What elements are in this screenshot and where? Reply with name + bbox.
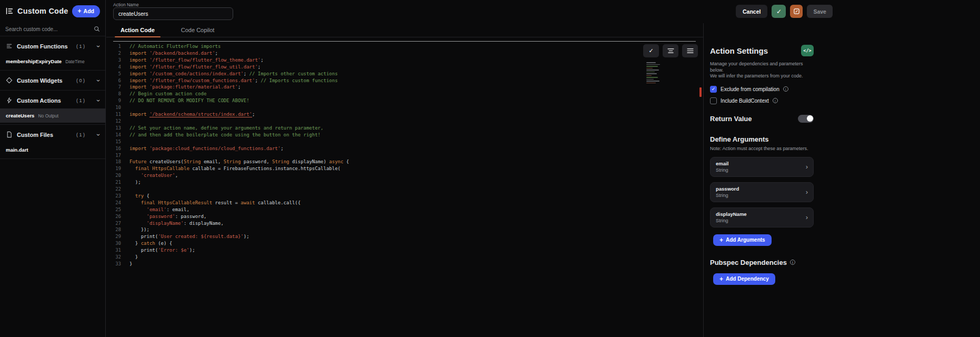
add-arguments-button[interactable]: + Add Arguments (713, 234, 772, 246)
chevron-down-icon[interactable]: › (95, 80, 102, 82)
editor-toolbar: ✓ (643, 44, 698, 57)
line-number: 1 (106, 43, 129, 50)
code-line[interactable]: 25 'email': email, (106, 206, 703, 213)
section-label: Custom Functions (17, 43, 68, 49)
code-line[interactable]: 28 }); (106, 226, 703, 233)
chevron-down-icon[interactable]: › (95, 100, 102, 102)
add-dependency-button[interactable]: + Add Dependency (713, 273, 775, 285)
code-line[interactable]: 12 (106, 118, 703, 125)
code-line[interactable]: 15 (106, 138, 703, 145)
chevron-right-icon: › (806, 163, 808, 171)
argument-card-email[interactable]: emailString› (710, 157, 814, 177)
code-line[interactable]: 16import 'package:cloud_functions/cloud_… (106, 145, 703, 152)
item-name: createUsers (6, 113, 34, 118)
line-number: 27 (106, 220, 129, 227)
line-number: 3 (106, 57, 129, 64)
code-line[interactable]: 9// DO NOT REMOVE OR MODIFY THE CODE ABO… (106, 97, 703, 104)
code-line[interactable]: 26 'password': password, (106, 213, 703, 220)
code-line[interactable]: 8// Begin custom action code (106, 91, 703, 97)
code-line[interactable]: 7import 'package:flutter/material.dart'; (106, 84, 703, 91)
chevron-down-icon[interactable]: › (95, 45, 102, 47)
arguments-note: Note: Action must accept these as parame… (710, 146, 814, 151)
code-line[interactable]: 13// Set your action name, define your a… (106, 125, 703, 132)
code-line[interactable]: 31 print('Error: $e'); (106, 247, 703, 254)
sidebar-section-header[interactable]: Custom Functions( 1 )› (0, 38, 105, 54)
line-number: 15 (106, 138, 129, 145)
align-justify-button[interactable] (682, 44, 698, 57)
code-line[interactable]: 19 final HttpsCallable callable = Fireba… (106, 165, 703, 172)
add-button[interactable]: + Add (72, 5, 100, 17)
line-number: 2 (106, 50, 129, 57)
validate-code-button[interactable]: ✓ (772, 5, 786, 18)
checkbox[interactable]: ✓ (710, 86, 717, 93)
tab-code-copilot[interactable]: Code Copilot (181, 23, 215, 37)
line-number: 18 (106, 158, 129, 165)
sidebar-section-header[interactable]: Custom Files( 1 )› (0, 126, 105, 143)
add-button-label: Add (84, 8, 94, 14)
code-line[interactable]: 4import '/flutter_flow/flutter_flow_util… (106, 64, 703, 71)
code-line[interactable]: 11import '/backend/schema/structs/index.… (106, 111, 703, 118)
align-center-button[interactable] (663, 44, 678, 57)
code-line[interactable]: 27 'displayName': displayName, (106, 220, 703, 227)
info-icon[interactable]: i (773, 98, 778, 103)
code-line[interactable]: 32 } (106, 254, 703, 261)
section-count: ( 1 ) (76, 44, 85, 49)
checkbox-row[interactable]: ✓Exclude from compilationi (710, 86, 814, 93)
chevron-down-icon[interactable]: › (95, 134, 102, 136)
code-line[interactable]: 22 (106, 186, 703, 193)
code-line[interactable]: 24 final HttpsCallableResult result = aw… (106, 200, 703, 206)
info-icon[interactable]: i (783, 86, 788, 92)
checkbox-label: Exclude from compilation (721, 86, 779, 92)
code-line[interactable]: 33} (106, 261, 703, 267)
code-line[interactable]: 14// and then add the boilerplate code u… (106, 132, 703, 138)
save-button[interactable]: Save (807, 5, 833, 18)
sidebar-item-main.dart[interactable]: main.dart (0, 143, 105, 157)
sidebar-section-header[interactable]: Custom Widgets( 0 )› (0, 72, 105, 88)
line-number: 31 (106, 247, 129, 254)
format-check-button[interactable]: ✓ (643, 44, 659, 57)
code-line[interactable]: 30 } catch (e) { (106, 240, 703, 247)
sidebar-section: Custom Actions( 1 )›createUsersNo Output (0, 91, 105, 125)
pubspec-heading: Pubspec Dependencies i (710, 259, 814, 266)
plus-icon: + (719, 275, 723, 283)
code-line[interactable]: 10 (106, 104, 703, 111)
sidebar-item-membershipExpiryDate[interactable]: membershipExpiryDateDateTime (0, 54, 105, 68)
code-line[interactable]: 20 'createUser', (106, 172, 703, 179)
custom-widgets-icon (6, 77, 13, 84)
code-line[interactable]: 2import '/backend/backend.dart'; (106, 50, 703, 57)
topbar-actions: Cancel ✓ Save (736, 5, 833, 18)
code-line[interactable]: 17 (106, 152, 703, 159)
info-icon[interactable]: i (790, 260, 795, 265)
checkbox-row[interactable]: Include BuildContexti (710, 97, 814, 104)
code-line[interactable]: 6import '/flutter_flow/custom_functions.… (106, 77, 703, 84)
action-name-input[interactable] (113, 7, 233, 20)
search-bar[interactable] (0, 22, 105, 36)
return-value-heading: Return Value (710, 115, 752, 123)
custom-files-icon (6, 131, 13, 138)
code-line[interactable]: 3import '/flutter_flow/flutter_flow_them… (106, 57, 703, 64)
search-input[interactable] (5, 26, 94, 32)
code-line[interactable]: 21 ); (106, 179, 703, 186)
sidebar-section-header[interactable]: Custom Actions( 1 )› (0, 92, 105, 108)
view-code-button[interactable]: </> (801, 45, 814, 56)
code-editor[interactable]: 1// Automatic FlutterFlow imports2import… (106, 38, 703, 337)
line-number: 6 (106, 77, 129, 84)
argument-card-displayName[interactable]: displayNameString› (710, 207, 814, 227)
line-number: 17 (106, 152, 129, 159)
cancel-button[interactable]: Cancel (736, 5, 767, 18)
code-line[interactable]: 18Future createUsers(String email, Strin… (106, 158, 703, 165)
code-line[interactable]: 29 print('User created: ${result.data}')… (106, 233, 703, 240)
checkbox[interactable] (710, 97, 717, 104)
sidebar-title: Custom Code (17, 7, 68, 15)
open-editor-button[interactable] (790, 5, 803, 18)
sidebar-item-createUsers[interactable]: createUsersNo Output (0, 108, 105, 123)
argument-card-password[interactable]: passwordString› (710, 182, 814, 202)
minimap[interactable] (646, 62, 665, 83)
tab-action-code[interactable]: Action Code (121, 23, 155, 37)
return-value-toggle[interactable] (798, 115, 814, 123)
code-line[interactable]: 5import '/custom_code/actions/index.dart… (106, 71, 703, 77)
align-justify-icon (687, 48, 694, 54)
code-line[interactable]: 23 try { (106, 193, 703, 200)
tabs-row: Action Code Code Copilot (106, 23, 703, 37)
code-line[interactable]: 1// Automatic FlutterFlow imports (106, 43, 703, 50)
